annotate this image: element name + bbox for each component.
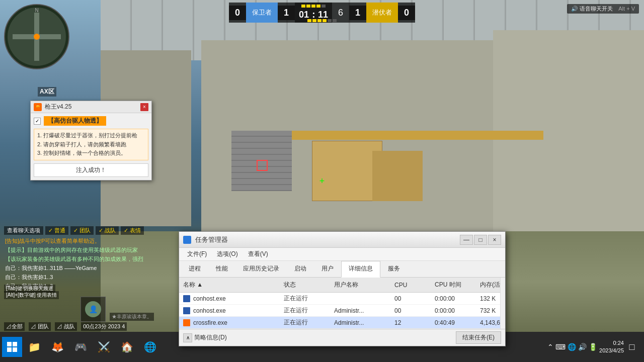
bar2	[306, 5, 310, 8]
file-explorer-button[interactable]: 📁	[23, 336, 45, 358]
tm-scrollbar[interactable]	[500, 278, 505, 329]
row2-mem: 732 K	[476, 306, 500, 316]
cheat-title: 🔫 枪王v4.25	[34, 103, 71, 111]
tm-menu-view[interactable]: 查看(V)	[244, 249, 272, 259]
tray-arrow-icon[interactable]: ⌃	[547, 343, 553, 351]
cheat-status: 注入成功！	[34, 163, 148, 177]
app4-button[interactable]: ⚔️	[93, 336, 115, 358]
tm-menu-file[interactable]: 文件(F)	[183, 249, 211, 259]
tm-footer-text: 简略信息(D)	[194, 333, 227, 342]
voice-shortcut: Alt + V	[618, 6, 635, 12]
tm-close-button[interactable]: ×	[488, 235, 501, 245]
tm-col-cputime[interactable]: CPU 时间	[431, 280, 476, 290]
cheat-window: 🔫 枪王v4.25 × ✓ 【高仿台驱人物透】 1. 打爆破尽量过于器张，别打过…	[30, 101, 152, 180]
team-squad: ⊿ 战队	[55, 322, 77, 331]
notification-button[interactable]: □	[626, 336, 638, 358]
tm-col-cpu[interactable]: CPU	[390, 280, 431, 290]
tm-col-memory[interactable]: 内存(活动...	[476, 280, 500, 290]
hud-bars-right	[307, 19, 337, 22]
chat-msg-1: [告知]战斗中按P可以查看简单帮助迈。	[4, 237, 180, 245]
tm-footer-left: ∧ 简略信息(D)	[183, 333, 227, 342]
row1-user	[330, 297, 390, 300]
team1-score: 1	[278, 6, 295, 20]
cheat-info-line2: 2. 请勿穿箱子打人，请勿频繁看墙跑	[37, 140, 145, 149]
rbar2	[312, 19, 316, 22]
tm-expand-button[interactable]: ∧	[183, 333, 192, 342]
bar1	[301, 5, 305, 8]
row2-cpu: 00	[390, 306, 431, 316]
box-1	[312, 141, 382, 201]
tm-col-name[interactable]: 名称 ▲	[179, 280, 280, 290]
tray-volume-icon[interactable]: 🔊	[578, 343, 587, 351]
firefox-button[interactable]: 🦊	[46, 336, 68, 358]
cheat-checkbox[interactable]: ✓	[34, 118, 41, 125]
system-tray: ⌃ ⌨ 🌐 🔊 🔋 0:24 2023/4/25 □	[543, 336, 642, 358]
row1-mem: 132 K	[476, 294, 500, 304]
tm-tab-performance[interactable]: 性能	[208, 261, 235, 277]
row1-cputime: 0:00:00	[431, 294, 476, 304]
row3-cputime: 0:40:49	[431, 318, 476, 328]
tm-rows: conhost.exe 正在运行 00 0:00:00 132 K conhos…	[179, 293, 500, 329]
table-row: conhost.exe 正在运行 Administr... 00 0:00:00…	[179, 305, 500, 317]
tm-menubar: 文件(F) 选项(O) 查看(V)	[179, 248, 505, 261]
clock-date: 2023/4/25	[599, 347, 624, 354]
shortcut-hint-alt: [Alt]+[数字键] 使用表情	[4, 291, 59, 299]
tm-tab-details[interactable]: 详细信息	[341, 261, 380, 278]
tm-tabs: 进程 性能 应用历史记录 启动 用户 详细信息 服务	[179, 261, 505, 278]
tm-controls[interactable]: — □ ×	[460, 235, 501, 245]
row2-user: Administr...	[330, 306, 390, 316]
chrome-button[interactable]: 🌐	[139, 336, 161, 358]
chat-msg-5: 自己：我伤害妳1..3	[4, 273, 180, 282]
chat-option-team[interactable]: ✓ 团队	[70, 226, 94, 235]
row1-cpu: 00	[390, 294, 431, 304]
minimap-inner	[8, 8, 66, 66]
tm-col-status[interactable]: 状态	[280, 280, 330, 290]
tray-keyboard-icon[interactable]: ⌨	[555, 343, 566, 351]
chat-option-squad[interactable]: ✓ 战队	[96, 226, 119, 235]
team2-score: 0	[398, 6, 415, 20]
tm-tab-startup[interactable]: 启动	[287, 261, 314, 277]
row2-name: conhost.exe	[179, 306, 280, 316]
chat-options: 查看聊天选项 ✓ 普通 ✓ 团队 ✓ 战队 ✓ 表情	[4, 226, 180, 235]
start-button[interactable]	[2, 337, 22, 357]
chat-msg-2: 【提示】目前游戏中的房间存在使用英雄级武器的玩家	[4, 246, 180, 254]
tm-minimize-button[interactable]: —	[460, 235, 473, 245]
avatar-circle: 👤	[85, 301, 101, 317]
tm-table: 名称 ▲ 状态 用户名称 CPU CPU 时间 内存(活动... UAC 虚拟化…	[179, 278, 500, 329]
chat-option-view[interactable]: 查看聊天选项	[4, 226, 43, 235]
tm-col-username[interactable]: 用户名称	[330, 280, 390, 290]
tm-title: 任务管理器	[183, 235, 228, 244]
app3-button[interactable]: 🎮	[69, 336, 92, 358]
team-info-row: ⊿全部 ⊿ 团队 ⊿ 战队 00点23分 2023 4	[4, 322, 127, 331]
hud-top: 0 保卫者 1 01：11 6 1 潜伏者 0	[0, 0, 644, 25]
rbar1	[307, 19, 311, 22]
tray-network-icon[interactable]: 🌐	[568, 343, 576, 351]
row3-user: Administr...	[330, 318, 390, 328]
tm-tab-apphistory[interactable]: 应用历史记录	[235, 261, 287, 277]
team-timer: 00点23分 2023 4	[81, 322, 127, 331]
tm-tab-process[interactable]: 进程	[181, 261, 208, 277]
tm-tab-users[interactable]: 用户	[314, 261, 341, 277]
row3-icon	[183, 319, 190, 326]
tm-menu-options[interactable]: 选项(O)	[213, 249, 242, 259]
team2-hud: 1 潜伏者 0	[349, 3, 415, 23]
cheat-close-button[interactable]: ×	[140, 103, 148, 111]
tm-tab-services[interactable]: 服务	[380, 261, 408, 277]
chat-area: 查看聊天选项 ✓ 普通 ✓ 团队 ✓ 战队 ✓ 表情 [告知]战斗中按P可以查看…	[4, 226, 180, 291]
chat-option-emote[interactable]: ✓ 表情	[121, 226, 144, 235]
cheat-titlebar: 🔫 枪王v4.25 ×	[31, 101, 151, 113]
tm-title-icon	[183, 236, 191, 244]
app5-button[interactable]: 🏠	[116, 336, 138, 358]
windows-logo-icon	[7, 342, 17, 352]
cheat-feature-label: 【高仿台驱人物透】	[44, 116, 106, 126]
tm-end-task-button[interactable]: 结束任务(E)	[456, 331, 501, 344]
team2-name: 潜伏者	[366, 3, 398, 23]
minimap: N	[4, 4, 69, 69]
chat-option-normal[interactable]: ✓ 普通	[45, 226, 68, 235]
tm-maximize-button[interactable]: □	[474, 235, 487, 245]
tray-battery-icon[interactable]: 🔋	[589, 343, 597, 351]
voice-icon: 🔊	[571, 6, 580, 12]
chat-msg-3: 【该玩家装备的英雄级武器有多种不同的加成效果，强烈	[4, 255, 180, 263]
row3-name: crossfire.exe	[179, 318, 280, 328]
system-clock[interactable]: 0:24 2023/4/25	[599, 339, 624, 355]
